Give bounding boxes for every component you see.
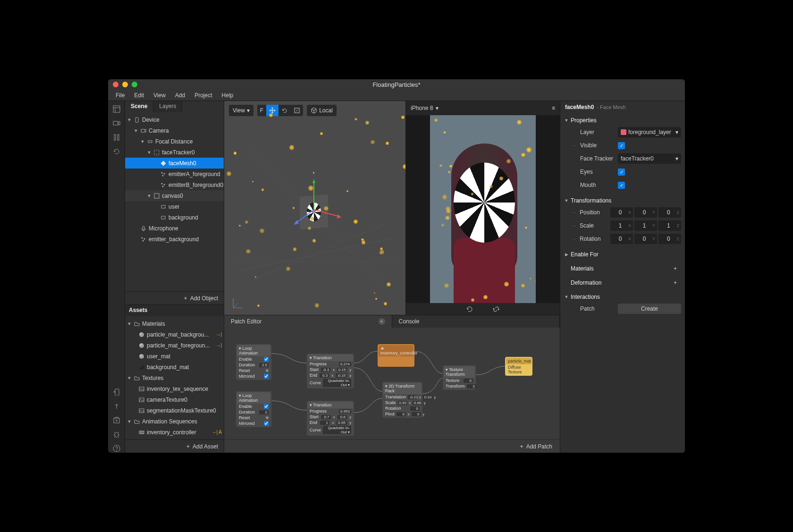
- scene-item-background[interactable]: background: [125, 212, 224, 223]
- asset-item[interactable]: segmentationMaskTexture0: [125, 405, 224, 416]
- patch-node[interactable]: particle_mat Diffuse Texture: [505, 357, 532, 376]
- menu-project[interactable]: Project: [191, 91, 216, 100]
- pause-icon[interactable]: [112, 133, 121, 142]
- asset-item[interactable]: user_mat: [125, 351, 224, 362]
- asset-item[interactable]: cameraTexture0: [125, 394, 224, 405]
- scene-item-focal distance[interactable]: ▼Focal Distance: [125, 136, 224, 147]
- interactions-header[interactable]: ▼Interactions: [564, 292, 681, 302]
- scene-item-label: Microphone: [149, 225, 178, 232]
- transformations-header[interactable]: ▼Transformations: [564, 195, 681, 206]
- layout-icon[interactable]: [112, 105, 121, 113]
- chevron-down-icon[interactable]: ▾: [436, 105, 439, 111]
- mouth-checkbox[interactable]: ✓: [618, 182, 625, 189]
- scene-item-emitter_background[interactable]: emitter_background: [125, 234, 224, 245]
- asset-item-label: cameraTexture0: [147, 397, 187, 403]
- eyes-checkbox[interactable]: ✓: [618, 169, 625, 176]
- section-materials: ▶Materials+: [560, 262, 685, 276]
- scene-item-facetracker0[interactable]: ▼faceTracker0: [125, 147, 224, 158]
- preview-viewport[interactable]: [406, 115, 560, 303]
- scene-item-canvas0[interactable]: ▼canvas0: [125, 190, 224, 201]
- close-icon[interactable]: ×: [379, 318, 385, 325]
- scene-item-microphone[interactable]: Microphone: [125, 223, 224, 234]
- scene-item-camera[interactable]: ▼Camera: [125, 125, 224, 136]
- svg-point-33: [140, 355, 142, 356]
- add-deformation-button[interactable]: +: [674, 279, 681, 286]
- scene-item-emittera_foreground[interactable]: emitterA_foreground: [125, 169, 224, 179]
- menu-help[interactable]: Help: [218, 91, 237, 100]
- position-x-input[interactable]: 0X: [610, 207, 633, 218]
- menu-view[interactable]: View: [150, 91, 169, 100]
- position-y-input[interactable]: 0Y: [634, 207, 657, 218]
- disclosure-icon: ▼: [147, 150, 152, 155]
- patch-node[interactable]: ▾ Texture Transform Texture0 Transform3: [443, 365, 476, 390]
- rotation-y-input[interactable]: 0Y: [634, 234, 657, 244]
- asset-group-materials[interactable]: ▼Materials: [125, 318, 224, 329]
- patch-node[interactable]: ▾ Transition Progress0.274 Start-0.3x0.1…: [307, 354, 354, 388]
- upload-icon[interactable]: [112, 402, 121, 410]
- video-icon[interactable]: [112, 119, 121, 127]
- maximize-icon[interactable]: [132, 82, 137, 87]
- minimize-icon[interactable]: [122, 82, 128, 87]
- tab-scene[interactable]: Scene: [125, 101, 153, 112]
- add-asset-button[interactable]: + Add Asset: [125, 439, 224, 453]
- close-icon[interactable]: [113, 82, 118, 87]
- section-deformation: ▶Deformation+: [560, 276, 685, 290]
- rotation-z-input[interactable]: 0Z: [658, 234, 681, 244]
- asset-item-label: background_mat: [147, 364, 189, 371]
- asset-group-textures[interactable]: ▼Textures: [125, 372, 224, 383]
- layer-dropdown[interactable]: foreground_layer▾: [618, 127, 681, 137]
- restart-icon[interactable]: [466, 305, 473, 313]
- asset-item[interactable]: inventory_controller→| A: [125, 427, 224, 438]
- menu-add[interactable]: Add: [171, 91, 189, 100]
- patch-node[interactable]: ▾ Loop Animation Enable Duration2.5 Rese…: [236, 344, 271, 380]
- scene-item-facemesh0[interactable]: faceMesh0: [125, 158, 224, 169]
- sphere-light-icon: [138, 331, 145, 338]
- tab-console[interactable]: Console: [392, 315, 560, 328]
- menu-edit[interactable]: Edit: [130, 91, 148, 100]
- scene-item-emitterb_foreground0[interactable]: emitterB_foreground0: [125, 179, 224, 190]
- scene-item-device[interactable]: ▼Device: [125, 114, 224, 125]
- patch-node[interactable]: ▾ Loop Animation Enable Duration2 Reset …: [236, 391, 271, 427]
- assets-tree: ▼Materialsparticle_mat_backgrou...→| par…: [125, 316, 224, 439]
- patch-node[interactable]: ▾ Transition Progress0.953 Start0.7x0.6y…: [307, 401, 354, 436]
- scale-x-input[interactable]: 1X: [610, 220, 633, 231]
- flip-camera-icon[interactable]: [492, 305, 500, 313]
- refresh-icon[interactable]: [112, 147, 121, 156]
- rotation-x-input[interactable]: 0X: [610, 234, 633, 244]
- patch-tabs: Patch Editor × Console: [224, 315, 560, 328]
- patch-canvas[interactable]: ▾ Loop Animation Enable Duration2.5 Rese…: [224, 328, 560, 439]
- asset-item[interactable]: inventory_tex_sequence: [125, 383, 224, 394]
- asset-item[interactable]: background_mat: [125, 362, 224, 372]
- deformation-header[interactable]: ▶Deformation+: [564, 278, 681, 288]
- create-button[interactable]: Create: [618, 304, 681, 314]
- send-to-device-icon[interactable]: [112, 388, 121, 396]
- library-icon[interactable]: [112, 416, 121, 424]
- svg-point-26: [144, 238, 145, 239]
- add-material-button[interactable]: +: [674, 265, 681, 272]
- menu-file[interactable]: File: [112, 91, 128, 100]
- add-object-button[interactable]: + Add Object: [125, 291, 224, 304]
- asset-item[interactable]: particle_mat_backgrou...→|: [125, 329, 224, 340]
- tab-layers[interactable]: Layers: [153, 101, 182, 112]
- focal-icon: [147, 138, 153, 145]
- mesh-icon: [160, 160, 167, 167]
- add-patch-button[interactable]: + Add Patch: [224, 439, 560, 453]
- properties-header[interactable]: ▼Properties: [564, 115, 681, 126]
- visible-checkbox[interactable]: ✓: [618, 142, 625, 149]
- scene-item-user[interactable]: user: [125, 201, 224, 212]
- enablefor-header[interactable]: ▶Enable For: [564, 249, 681, 260]
- asset-item[interactable]: particle_mat_foregroun...→|: [125, 340, 224, 351]
- materials-header[interactable]: ▶Materials+: [564, 263, 681, 274]
- tab-patch-editor[interactable]: Patch Editor ×: [224, 315, 392, 328]
- position-z-input[interactable]: 0Z: [658, 207, 681, 218]
- patch-node[interactable]: ▾ 2D Transform Pack Translation-0.21x0.1…: [382, 382, 422, 418]
- facetracker-dropdown[interactable]: faceTracker0▾: [618, 153, 681, 164]
- patch-node[interactable]: ★ inventory_controller: [378, 344, 414, 367]
- scale-y-input[interactable]: 1Y: [634, 220, 657, 231]
- help-icon[interactable]: ?: [112, 444, 121, 453]
- asset-group-animation sequences[interactable]: ▼Animation Sequences: [125, 416, 224, 427]
- viewport-3d[interactable]: View ▾ F Local: [224, 101, 405, 315]
- scale-z-input[interactable]: 1Z: [658, 220, 681, 231]
- menu-icon[interactable]: ≡: [552, 105, 555, 111]
- debug-icon[interactable]: [112, 430, 121, 439]
